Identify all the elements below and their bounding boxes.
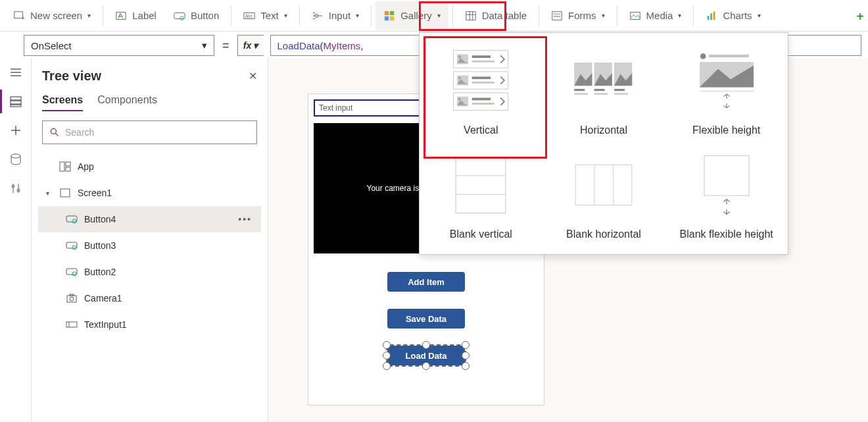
text-label: Text <box>260 10 279 21</box>
svg-rect-73 <box>574 89 585 91</box>
svg-rect-15 <box>466 11 475 20</box>
tree-node-app[interactable]: App <box>38 153 261 180</box>
add-icon[interactable]: + <box>856 9 864 24</box>
svg-rect-45 <box>66 216 77 222</box>
new-screen-button[interactable]: + New screen ▾ <box>5 1 99 30</box>
canvas-save-data-button[interactable]: Save Data <box>387 309 465 329</box>
tree-node-screen1[interactable]: ▾ Screen1 <box>38 180 261 206</box>
svg-rect-60 <box>472 61 494 63</box>
charts-label: Charts <box>723 10 752 21</box>
gallery-option-blank-vertical[interactable]: Blank vertical <box>420 149 542 241</box>
input-button[interactable]: Input ▾ <box>304 1 367 30</box>
gallery-blank-horizontal-icon <box>571 149 637 221</box>
forms-label: Forms <box>568 10 596 21</box>
resize-handle[interactable] <box>462 362 470 370</box>
property-selector[interactable]: OnSelect ▾ <box>24 35 214 56</box>
ribbon-separator <box>617 5 617 26</box>
forms-button[interactable]: Forms ▾ <box>543 1 613 30</box>
ribbon-separator <box>299 5 300 26</box>
tree-node-label: Button2 <box>84 267 116 277</box>
gallery-option-flexible-height[interactable]: Flexible height <box>665 45 788 137</box>
resize-handle[interactable] <box>383 352 391 359</box>
ribbon-separator <box>452 5 453 26</box>
gallery-flexible-icon <box>694 45 760 117</box>
tree-search-input[interactable]: Search <box>42 120 257 144</box>
button-icon <box>66 213 78 225</box>
data-icon[interactable] <box>9 153 22 166</box>
svg-rect-24 <box>711 13 713 20</box>
svg-rect-70 <box>472 103 494 105</box>
resize-handle[interactable] <box>383 362 391 370</box>
svg-rect-82 <box>614 93 628 94</box>
gallery-option-label: Blank horizontal <box>566 228 641 241</box>
hamburger-icon[interactable] <box>9 66 22 79</box>
more-icon[interactable]: ••• <box>238 214 252 224</box>
insert-ribbon: + New screen ▾ Label Button Abc Text ▾ I… <box>0 0 868 32</box>
label-icon <box>115 10 127 22</box>
tab-components[interactable]: Components <box>97 94 157 111</box>
gallery-option-label: Horizontal <box>580 124 627 137</box>
gallery-option-label: Flexible height <box>692 124 760 137</box>
media-button[interactable]: Media ▾ <box>621 1 690 30</box>
tab-screens[interactable]: Screens <box>42 94 83 111</box>
svg-point-46 <box>72 219 76 223</box>
gallery-option-horizontal[interactable]: Horizontal <box>542 45 665 137</box>
search-placeholder: Search <box>65 127 94 138</box>
canvas-add-item-button[interactable]: Add Item <box>387 272 465 292</box>
tree-node-label: App <box>78 161 94 172</box>
chevron-down-icon: ▾ <box>87 12 91 19</box>
button-icon <box>66 240 78 251</box>
camera-icon <box>66 292 78 304</box>
svg-point-68 <box>458 98 461 101</box>
tree-node-camera1[interactable]: Camera1 <box>38 285 261 311</box>
tree-node-label: Button3 <box>84 240 116 251</box>
chevron-down-icon: ▾ <box>202 40 207 51</box>
tree-node-button4[interactable]: Button4 ••• <box>38 206 261 232</box>
charts-icon <box>706 10 717 22</box>
svg-rect-84 <box>709 55 749 57</box>
resize-handle[interactable] <box>462 341 470 349</box>
data-table-button[interactable]: Data table <box>457 1 535 30</box>
tools-icon[interactable] <box>9 182 22 195</box>
tree-view-title: Tree view <box>42 68 101 84</box>
svg-rect-23 <box>708 16 710 20</box>
svg-point-58 <box>458 55 461 58</box>
media-icon <box>629 10 641 22</box>
insert-icon[interactable] <box>9 124 22 137</box>
tree-node-label: Screen1 <box>78 188 112 198</box>
gallery-option-label: Blank flexible height <box>680 228 773 241</box>
gallery-option-blank-horizontal[interactable]: Blank horizontal <box>542 149 665 241</box>
resize-handle[interactable] <box>422 362 430 370</box>
screen-icon <box>59 187 71 199</box>
text-button[interactable]: Abc Text ▾ <box>235 1 295 30</box>
svg-rect-96 <box>704 156 749 196</box>
svg-rect-44 <box>60 189 70 197</box>
tree-node-button3[interactable]: Button3 <box>38 232 261 259</box>
input-label: Input <box>329 10 350 21</box>
gallery-blank-vertical-icon <box>448 149 514 221</box>
svg-rect-69 <box>472 98 491 101</box>
svg-rect-29 <box>11 97 21 100</box>
left-rail <box>0 58 32 422</box>
equals-sign: = <box>221 39 231 53</box>
gallery-option-blank-flexible[interactable]: Blank flexible height <box>665 149 788 241</box>
label-button[interactable]: Label <box>107 1 164 30</box>
resize-handle[interactable] <box>462 352 470 359</box>
button-button[interactable]: Button <box>166 1 227 30</box>
tree-node-button2[interactable]: Button2 <box>38 259 261 285</box>
fx-label[interactable]: fx▾ <box>237 35 264 56</box>
charts-button[interactable]: Charts ▾ <box>698 1 768 30</box>
gallery-button[interactable]: Gallery ▾ <box>375 1 448 30</box>
resize-handle[interactable] <box>422 341 430 349</box>
gallery-option-vertical[interactable]: Vertical <box>420 45 542 137</box>
chevron-down-icon[interactable]: ▾ <box>46 190 53 197</box>
tree-node-textinput1[interactable]: TextInput1 <box>38 311 261 338</box>
gallery-option-label: Vertical <box>464 124 498 137</box>
canvas-load-data-button[interactable]: Load Data <box>387 346 465 365</box>
tree-view-icon[interactable] <box>9 95 22 108</box>
svg-rect-77 <box>594 89 605 91</box>
chevron-down-icon: ▾ <box>356 12 359 19</box>
close-icon[interactable]: ✕ <box>249 70 257 82</box>
resize-handle[interactable] <box>383 341 391 349</box>
svg-rect-22 <box>630 12 639 19</box>
